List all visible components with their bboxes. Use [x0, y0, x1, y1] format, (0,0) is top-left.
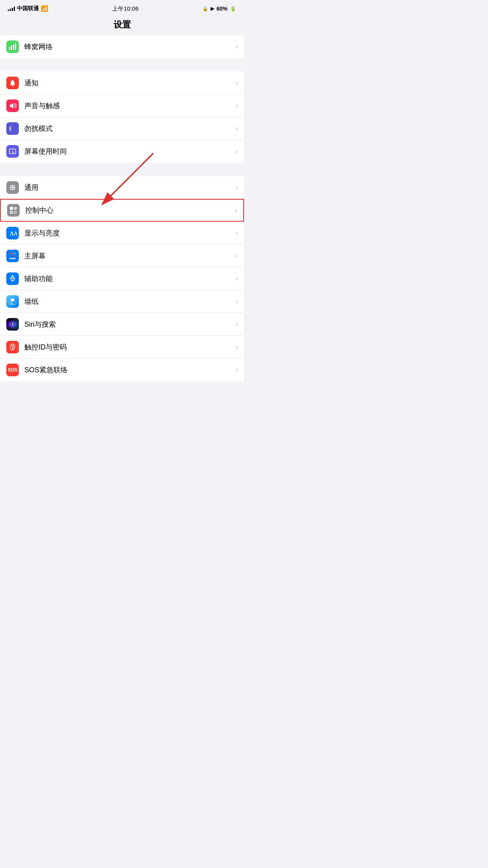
sos-icon: SOS: [6, 364, 19, 376]
cellular-label: 蜂窝网络: [24, 42, 232, 51]
accessibility-label: 辅助功能: [24, 274, 232, 283]
svg-point-4: [12, 85, 13, 86]
dnd-label: 勿扰模式: [24, 124, 232, 133]
row-controlcenter[interactable]: 控制中心 ›: [0, 199, 244, 222]
row-dnd[interactable]: 勿扰模式 ›: [0, 117, 244, 140]
svg-rect-9: [14, 207, 17, 210]
notifications-chevron: ›: [235, 79, 238, 87]
svg-point-16: [9, 255, 11, 257]
battery-label: 60%: [216, 6, 227, 12]
sos-label: SOS紧急联络: [24, 365, 232, 375]
dnd-icon: [6, 122, 19, 135]
svg-point-6: [12, 186, 14, 188]
sos-text: SOS: [8, 367, 17, 373]
section-notifications: 通知 › 声音与触感 › 勿扰模式 › 屏幕使用时间 ›: [0, 72, 244, 163]
row-sos[interactable]: SOS SOS紧急联络 ›: [0, 359, 244, 381]
screentime-icon: [6, 145, 19, 158]
gap-1: [0, 58, 244, 72]
touchid-chevron: ›: [235, 343, 238, 351]
status-right: 🔒 ▶ 60% 🔋: [202, 6, 236, 12]
touchid-label: 触控ID与密码: [24, 342, 232, 352]
row-display[interactable]: AA 显示与亮度 ›: [0, 222, 244, 245]
row-accessibility[interactable]: 辅助功能 ›: [0, 267, 244, 290]
gap-2: [0, 163, 244, 176]
notifications-label: 通知: [24, 78, 232, 88]
general-label: 通用: [24, 183, 232, 192]
page-title: 设置: [0, 17, 244, 35]
svg-point-14: [12, 253, 13, 254]
screentime-label: 屏幕使用时间: [24, 147, 232, 156]
siri-label: Siri与搜索: [24, 320, 232, 329]
svg-rect-2: [13, 44, 14, 50]
status-left: 中国联通 📶: [8, 5, 48, 12]
svg-rect-0: [9, 47, 10, 50]
status-bar: 中国联通 📶 上午10:06 🔒 ▶ 60% 🔋: [0, 0, 244, 17]
screentime-chevron: ›: [235, 147, 238, 155]
svg-rect-1: [11, 46, 12, 50]
row-general[interactable]: 通用 ›: [0, 176, 244, 199]
controlcenter-icon: [7, 204, 20, 217]
wallpaper-chevron: ›: [235, 298, 238, 305]
homescreen-label: 主屏幕: [24, 251, 232, 261]
carrier-label: 中国联通: [17, 5, 39, 12]
siri-chevron: ›: [235, 320, 238, 328]
cellular-chevron: ›: [235, 43, 238, 51]
controlcenter-chevron: ›: [235, 206, 237, 214]
lock-icon: 🔒: [202, 6, 208, 11]
accessibility-chevron: ›: [235, 275, 238, 283]
row-siri[interactable]: Siri与搜索 ›: [0, 313, 244, 336]
row-touchid[interactable]: 触控ID与密码 ›: [0, 336, 244, 359]
sounds-label: 声音与触感: [24, 101, 232, 110]
accessibility-icon: [6, 272, 19, 285]
row-cellular[interactable]: 蜂窝网络 ›: [0, 35, 244, 58]
signal-icon: [8, 6, 15, 11]
controlcenter-label: 控制中心: [25, 206, 231, 215]
row-homescreen[interactable]: 主屏幕 ›: [0, 245, 244, 267]
svg-point-13: [9, 253, 11, 254]
svg-text:AA: AA: [10, 231, 17, 237]
status-time: 上午10:06: [112, 5, 139, 13]
svg-rect-10: [10, 211, 13, 214]
row-screentime[interactable]: 屏幕使用时间 ›: [0, 140, 244, 163]
touchid-icon: [6, 341, 19, 353]
section-cellular: 蜂窝网络 ›: [0, 35, 244, 58]
homescreen-icon: [6, 250, 19, 262]
section-system: 通用 › 控制中心 › AA 显示与亮度 ›: [0, 176, 244, 381]
wallpaper-icon: [6, 295, 19, 308]
svg-point-18: [14, 255, 16, 257]
svg-rect-11: [14, 211, 17, 214]
row-notifications[interactable]: 通知 ›: [0, 72, 244, 94]
general-chevron: ›: [235, 184, 238, 191]
display-label: 显示与亮度: [24, 228, 232, 238]
siri-icon: [6, 318, 19, 331]
svg-rect-8: [10, 207, 13, 210]
homescreen-chevron: ›: [235, 252, 238, 260]
dnd-chevron: ›: [235, 125, 238, 132]
svg-point-17: [12, 255, 13, 257]
notifications-icon: [6, 77, 19, 89]
battery-icon: 🔋: [230, 6, 236, 12]
svg-rect-19: [9, 258, 16, 259]
row-wallpaper[interactable]: 墙纸 ›: [0, 290, 244, 313]
svg-point-15: [14, 253, 16, 254]
cellular-icon: [6, 40, 19, 53]
row-sounds[interactable]: 声音与触感 ›: [0, 94, 244, 117]
general-icon: [6, 181, 19, 194]
sos-chevron: ›: [235, 366, 238, 374]
display-icon: AA: [6, 227, 19, 239]
wallpaper-label: 墙纸: [24, 297, 232, 306]
svg-rect-3: [15, 43, 16, 50]
svg-point-24: [12, 324, 13, 325]
wifi-icon: 📶: [41, 5, 48, 12]
display-chevron: ›: [235, 229, 238, 237]
sounds-icon: [6, 99, 19, 112]
location-icon: ▶: [211, 6, 214, 11]
sounds-chevron: ›: [235, 102, 238, 110]
